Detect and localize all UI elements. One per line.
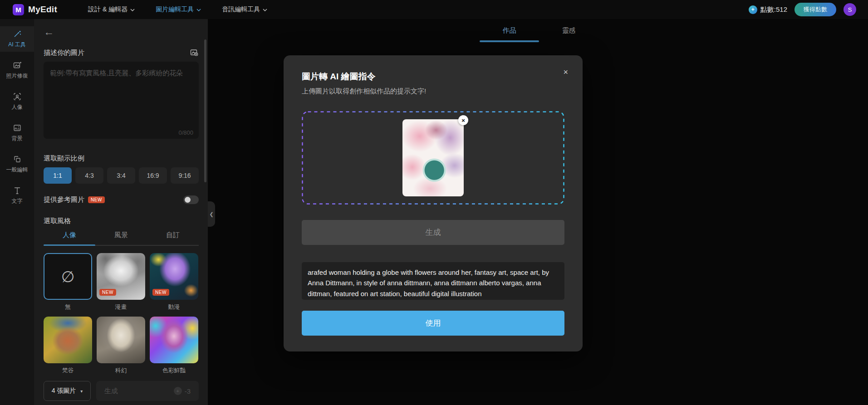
style-thumbnail-grid: ∅ 無 NEW 漫畫 NEW 動漫 xyxy=(44,253,199,375)
image-count-dropdown[interactable]: 4 張圖片 ▾ xyxy=(44,381,91,401)
reference-image-toggle[interactable] xyxy=(183,195,199,204)
caret-down-icon: ▾ xyxy=(80,389,83,394)
ratio-button-4-3[interactable]: 4:3 xyxy=(75,167,103,184)
style-thumb-none[interactable]: ∅ 無 xyxy=(44,253,92,311)
panel-generate-label: 生成 xyxy=(104,387,118,395)
modal-close-icon[interactable]: × xyxy=(563,68,568,76)
style-thumb-label: 梵谷 xyxy=(62,366,74,375)
ratio-button-3-4[interactable]: 3:4 xyxy=(107,167,135,184)
ratio-button-16-9[interactable]: 16:9 xyxy=(139,167,167,184)
sidebar-item-label: 人像 xyxy=(12,103,23,111)
menu-image-tools-label: 圖片編輯工具 xyxy=(156,5,194,14)
app-root: M MyEdit 設計 & 編輯器 圖片編輯工具 音訊編輯工具 xyxy=(0,0,868,405)
generate-row: 4 張圖片 ▾ 生成 + -3 xyxy=(44,381,199,401)
ratio-button-1-1[interactable]: 1:1 xyxy=(44,167,72,184)
workspace-tabs: 作品 靈感 xyxy=(480,26,598,42)
ratio-row: 1:1 4:3 3:4 16:9 9:16 xyxy=(44,167,199,184)
style-section-label: 選取風格 xyxy=(44,217,199,225)
general-edit-icon xyxy=(13,155,22,164)
prompt-area: 0/800 xyxy=(44,62,199,141)
image-description-input[interactable] xyxy=(44,62,199,139)
tab-inspiration[interactable]: 靈感 xyxy=(539,26,598,42)
menu-audio-tools[interactable]: 音訊編輯工具 xyxy=(222,5,267,14)
style-thumb-vangogh-image xyxy=(44,317,92,363)
describe-row: 描述你的圖片 xyxy=(44,48,199,57)
tab-works[interactable]: 作品 xyxy=(480,26,539,42)
photo-restore-icon xyxy=(13,61,22,70)
ratio-button-9-16[interactable]: 9:16 xyxy=(171,167,199,184)
back-row: ← xyxy=(44,26,199,37)
sidebar-item-text[interactable]: 文字 xyxy=(0,183,34,208)
sidebar-item-label: 背景 xyxy=(12,135,23,142)
reference-image-row: 提供參考圖片 NEW xyxy=(44,195,199,204)
style-tab-portrait[interactable]: 人像 xyxy=(44,231,95,245)
credits-display[interactable]: + 點數:512 xyxy=(749,5,787,14)
image-to-prompt-modal: × 圖片轉 AI 繪圖指令 上傳圖片以取得創作相似作品的提示文字! × 生成 a… xyxy=(284,55,583,351)
sidebar-item-portrait[interactable]: 人像 xyxy=(0,89,34,114)
sidebar-item-photo-restore[interactable]: 照片修復 xyxy=(0,58,34,83)
modal-subtitle: 上傳圖片以取得創作相似作品的提示文字! xyxy=(302,87,564,96)
style-tab-landscape[interactable]: 風景 xyxy=(95,231,147,245)
panel-generate-button[interactable]: 生成 + -3 xyxy=(96,381,199,401)
style-thumb-label: 科幻 xyxy=(115,366,127,375)
avatar[interactable]: S xyxy=(843,3,856,16)
myedit-logo-icon: M xyxy=(13,4,24,15)
coin-icon: + xyxy=(174,387,182,395)
navbar-left: M MyEdit 設計 & 編輯器 圖片編輯工具 音訊編輯工具 xyxy=(13,4,267,15)
menu-design-editor-label: 設計 & 編輯器 xyxy=(88,5,128,14)
style-thumb-label: 色彩鮮豔 xyxy=(162,366,186,375)
panel-collapse-handle[interactable]: ❮ xyxy=(208,201,215,227)
menu-design-editor[interactable]: 設計 & 編輯器 xyxy=(88,5,135,14)
sidebar-item-general-edit[interactable]: 一般編輯 xyxy=(0,151,34,177)
image-to-prompt-icon[interactable] xyxy=(190,48,199,57)
new-badge: NEW xyxy=(152,289,169,296)
modal-generate-button[interactable]: 生成 xyxy=(302,220,564,245)
char-counter: 0/800 xyxy=(178,129,193,136)
sidebar-item-ai-tools[interactable]: AI 工具 xyxy=(0,26,34,52)
myedit-logo-text: MyEdit xyxy=(28,5,57,15)
chevron-down-icon xyxy=(263,9,267,11)
collapse-chevron-icon: ❮ xyxy=(209,211,213,217)
style-thumb-none-image: ∅ xyxy=(44,253,92,300)
style-thumb-manga-image: NEW xyxy=(97,253,145,300)
reference-image-label: 提供參考圖片 xyxy=(44,195,84,204)
myedit-logo[interactable]: M MyEdit xyxy=(13,4,57,15)
portrait-icon xyxy=(13,92,22,101)
style-thumb-scifi[interactable]: 科幻 xyxy=(97,317,145,375)
image-count-value: 4 張圖片 xyxy=(52,387,76,395)
text-icon xyxy=(13,186,22,195)
remove-image-icon[interactable]: × xyxy=(458,115,468,125)
style-tab-custom[interactable]: 自訂 xyxy=(147,231,199,245)
use-prompt-button[interactable]: 使用 xyxy=(302,311,564,336)
style-thumb-anime[interactable]: NEW 動漫 xyxy=(150,253,198,311)
upload-dropzone[interactable]: × xyxy=(302,111,564,205)
none-icon: ∅ xyxy=(61,268,75,286)
ratio-section-label: 選取顯示比例 xyxy=(44,154,199,163)
sidebar-item-label: 文字 xyxy=(12,197,23,205)
navbar-menus: 設計 & 編輯器 圖片編輯工具 音訊編輯工具 xyxy=(88,5,267,14)
generated-prompt-text: arafed woman holding a globe with flower… xyxy=(302,262,564,300)
new-badge: NEW xyxy=(99,289,116,296)
style-thumb-label: 動漫 xyxy=(168,303,180,311)
style-thumb-vangogh[interactable]: 梵谷 xyxy=(44,317,92,375)
sidebar-item-background[interactable]: 背景 xyxy=(0,120,34,146)
sidebar-item-label: 一般編輯 xyxy=(6,166,28,174)
menu-audio-tools-label: 音訊編輯工具 xyxy=(222,5,260,14)
get-credits-button[interactable]: 獲得點數 xyxy=(794,3,836,16)
sidebar-item-label: 照片修復 xyxy=(6,72,28,80)
menu-image-tools[interactable]: 圖片編輯工具 xyxy=(156,5,201,14)
modal-title: 圖片轉 AI 繪圖指令 xyxy=(302,71,564,83)
background-icon xyxy=(13,123,22,132)
back-button[interactable]: ← xyxy=(44,26,54,37)
magic-wand-icon xyxy=(13,29,22,39)
panel-scrollbar[interactable] xyxy=(204,39,206,182)
generate-cost-value: -3 xyxy=(185,387,191,395)
style-thumb-manga[interactable]: NEW 漫畫 xyxy=(97,253,145,311)
toggle-knob xyxy=(185,197,191,203)
style-tabs: 人像 風景 自訂 xyxy=(44,231,199,246)
uploaded-image-preview: × xyxy=(402,119,464,196)
style-thumb-colorful-image xyxy=(150,317,198,363)
chevron-down-icon xyxy=(130,9,135,11)
style-thumb-colorful[interactable]: 色彩鮮豔 xyxy=(150,317,198,375)
tool-sidebar: AI 工具 照片修復 人像 背景 一般編輯 文字 xyxy=(0,19,34,405)
